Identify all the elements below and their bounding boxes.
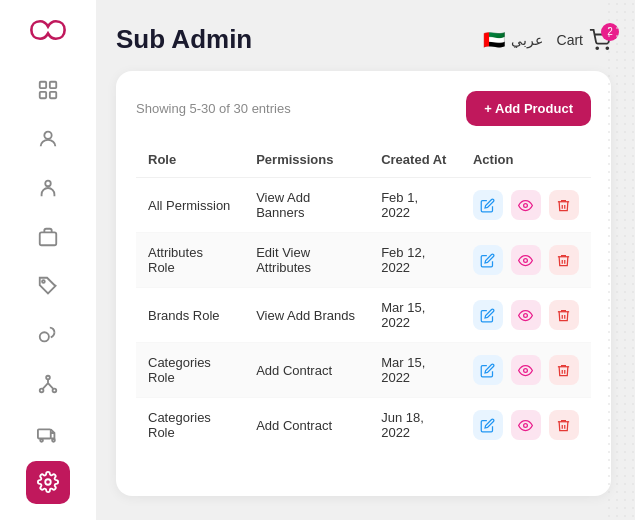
sidebar-icon-network[interactable] bbox=[26, 363, 70, 406]
cell-action bbox=[461, 343, 591, 398]
svg-rect-0 bbox=[40, 81, 46, 87]
flag-icon: 🇦🇪 bbox=[483, 29, 505, 51]
svg-point-7 bbox=[42, 280, 45, 283]
svg-point-11 bbox=[53, 389, 57, 393]
edit-button[interactable] bbox=[473, 300, 503, 330]
cell-created-at: Jun 18, 2022 bbox=[369, 398, 461, 453]
add-product-button[interactable]: + Add Product bbox=[466, 91, 591, 126]
sidebar-icon-settings[interactable] bbox=[26, 461, 70, 504]
col-created-at: Created At bbox=[369, 142, 461, 178]
cell-role: Categories Role bbox=[136, 398, 244, 453]
cell-created-at: Mar 15, 2022 bbox=[369, 343, 461, 398]
table-header: Role Permissions Created At Action bbox=[136, 142, 591, 178]
col-action: Action bbox=[461, 142, 591, 178]
cell-permissions: Add Contract bbox=[244, 343, 369, 398]
cell-role: Attributes Role bbox=[136, 233, 244, 288]
sidebar-icon-tag[interactable] bbox=[26, 264, 70, 307]
delete-button[interactable] bbox=[549, 190, 579, 220]
svg-rect-3 bbox=[50, 91, 56, 97]
header-right: 🇦🇪 عربي Cart 2 bbox=[483, 29, 611, 51]
svg-point-21 bbox=[524, 368, 528, 372]
logo bbox=[26, 16, 70, 48]
view-button[interactable] bbox=[511, 190, 541, 220]
table-card: Showing 5-30 of 30 entries + Add Product… bbox=[116, 71, 611, 496]
svg-point-9 bbox=[46, 376, 50, 380]
svg-point-15 bbox=[45, 480, 51, 486]
sidebar-icon-box[interactable] bbox=[26, 215, 70, 258]
svg-rect-12 bbox=[38, 430, 51, 439]
edit-button[interactable] bbox=[473, 190, 503, 220]
svg-point-13 bbox=[40, 439, 43, 442]
sidebar-icon-user-circle[interactable] bbox=[26, 117, 70, 160]
view-button[interactable] bbox=[511, 410, 541, 440]
cell-permissions: View Add Banners bbox=[244, 178, 369, 233]
table-body: All Permission View Add Banners Feb 1, 2… bbox=[136, 178, 591, 453]
view-button[interactable] bbox=[511, 355, 541, 385]
table-row: Categories Role Add Contract Mar 15, 202… bbox=[136, 343, 591, 398]
delete-button[interactable] bbox=[549, 245, 579, 275]
table-row: Categories Role Add Contract Jun 18, 202… bbox=[136, 398, 591, 453]
entries-text: Showing 5-30 of 30 entries bbox=[136, 101, 291, 116]
svg-point-8 bbox=[40, 332, 49, 341]
delete-button[interactable] bbox=[549, 300, 579, 330]
svg-rect-2 bbox=[40, 91, 46, 97]
main-content: Sub Admin 🇦🇪 عربي Cart 2 Show bbox=[96, 0, 635, 520]
cart-button[interactable]: Cart 2 bbox=[557, 29, 611, 51]
svg-point-5 bbox=[45, 180, 51, 186]
table-row: All Permission View Add Banners Feb 1, 2… bbox=[136, 178, 591, 233]
header: Sub Admin 🇦🇪 عربي Cart 2 bbox=[116, 24, 611, 55]
table-row: Attributes Role Edit View Attributes Feb… bbox=[136, 233, 591, 288]
svg-rect-1 bbox=[50, 81, 56, 87]
dots-decoration bbox=[605, 0, 635, 520]
cell-role: All Permission bbox=[136, 178, 244, 233]
cell-role: Brands Role bbox=[136, 288, 244, 343]
sidebar-icon-person[interactable] bbox=[26, 166, 70, 209]
cell-action bbox=[461, 288, 591, 343]
cell-action bbox=[461, 233, 591, 288]
cell-permissions: Add Contract bbox=[244, 398, 369, 453]
svg-point-18 bbox=[524, 203, 528, 207]
svg-point-14 bbox=[52, 439, 55, 442]
roles-table: Role Permissions Created At Action All P… bbox=[136, 142, 591, 452]
svg-point-19 bbox=[524, 258, 528, 262]
svg-point-16 bbox=[596, 47, 598, 49]
cell-created-at: Feb 1, 2022 bbox=[369, 178, 461, 233]
cell-action bbox=[461, 398, 591, 453]
cell-action bbox=[461, 178, 591, 233]
sidebar-icon-truck[interactable] bbox=[26, 412, 70, 455]
svg-point-20 bbox=[524, 313, 528, 317]
cell-permissions: View Add Brands bbox=[244, 288, 369, 343]
edit-button[interactable] bbox=[473, 245, 503, 275]
delete-button[interactable] bbox=[549, 355, 579, 385]
page-title: Sub Admin bbox=[116, 24, 252, 55]
edit-button[interactable] bbox=[473, 355, 503, 385]
lang-label: عربي bbox=[511, 32, 543, 48]
cell-created-at: Feb 12, 2022 bbox=[369, 233, 461, 288]
table-toolbar: Showing 5-30 of 30 entries + Add Product bbox=[136, 91, 591, 126]
cell-created-at: Mar 15, 2022 bbox=[369, 288, 461, 343]
svg-rect-6 bbox=[40, 232, 57, 245]
sidebar bbox=[0, 0, 96, 520]
sidebar-icon-coins[interactable] bbox=[26, 314, 70, 357]
table-row: Brands Role View Add Brands Mar 15, 2022 bbox=[136, 288, 591, 343]
sidebar-icon-grid[interactable] bbox=[26, 68, 70, 111]
svg-point-22 bbox=[524, 423, 528, 427]
col-role: Role bbox=[136, 142, 244, 178]
view-button[interactable] bbox=[511, 300, 541, 330]
col-permissions: Permissions bbox=[244, 142, 369, 178]
cell-role: Categories Role bbox=[136, 343, 244, 398]
app-container: Sub Admin 🇦🇪 عربي Cart 2 Show bbox=[0, 0, 635, 520]
language-button[interactable]: 🇦🇪 عربي bbox=[483, 29, 543, 51]
delete-button[interactable] bbox=[549, 410, 579, 440]
edit-button[interactable] bbox=[473, 410, 503, 440]
cell-permissions: Edit View Attributes bbox=[244, 233, 369, 288]
view-button[interactable] bbox=[511, 245, 541, 275]
cart-label: Cart bbox=[557, 32, 583, 48]
svg-point-4 bbox=[44, 131, 51, 138]
svg-point-10 bbox=[40, 389, 44, 393]
